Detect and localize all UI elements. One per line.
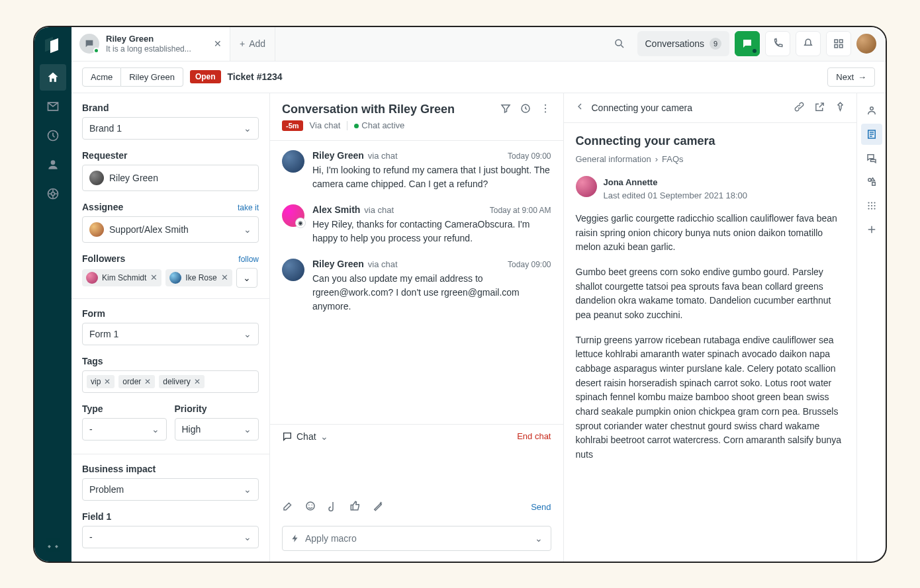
assignee-select[interactable]: Support/Alex Smith⌄ [82, 216, 259, 243]
pin-icon[interactable] [835, 101, 846, 114]
field1-select[interactable]: -⌄ [82, 526, 259, 548]
type-label: Type [82, 403, 167, 414]
attach-icon[interactable] [327, 500, 339, 514]
next-button[interactable]: Next → [827, 67, 875, 87]
kb-paragraph: Gumbo beet greens corn soko endive gumbo… [576, 265, 845, 323]
rail-conversations[interactable] [861, 147, 882, 169]
ticket-tab[interactable]: Riley Green It is a long established... … [71, 27, 230, 61]
avatar: ◉ [282, 204, 304, 227]
more-icon[interactable] [539, 103, 551, 114]
kb-author: Jona AnnetteLast edited 01 September 202… [576, 176, 845, 202]
take-it-link[interactable]: take it [238, 203, 259, 212]
priority-label: Priority [175, 403, 259, 414]
type-select[interactable]: -⌄ [82, 418, 167, 441]
nav-home[interactable] [40, 64, 66, 91]
svg-point-10 [544, 104, 545, 105]
link-icon[interactable] [794, 101, 805, 114]
brand-label: Brand [82, 103, 259, 113]
rail-add[interactable] [861, 219, 882, 240]
follower-chip[interactable]: Kim Schmidt✕ [82, 269, 161, 286]
remove-icon[interactable]: ✕ [144, 377, 151, 386]
reply-input[interactable] [270, 448, 563, 495]
followers-label: Followers [82, 253, 125, 264]
impact-label: Business impact [82, 464, 259, 474]
remove-icon[interactable]: ✕ [150, 273, 158, 282]
kb-paragraph: Turnip greens yarrow ricebean rutabaga e… [576, 333, 845, 462]
nav-recent[interactable] [40, 122, 66, 149]
nav-help[interactable] [40, 181, 66, 207]
svg-point-15 [312, 504, 313, 505]
notifications-button[interactable] [796, 31, 821, 56]
remove-icon[interactable]: ✕ [221, 273, 228, 282]
follower-chip[interactable]: Ike Rose✕ [165, 269, 232, 286]
close-icon[interactable]: ✕ [214, 38, 222, 49]
emoji-icon[interactable] [304, 500, 316, 514]
app-logo [45, 36, 61, 52]
ticket-number: Ticket #1234 [228, 71, 283, 82]
requester-label: Requester [82, 150, 259, 161]
svg-point-11 [544, 107, 545, 108]
rail-shapes[interactable] [861, 171, 882, 192]
avatar [282, 259, 304, 281]
message: Riley Greenvia chatToday 09:00 Can you a… [282, 259, 551, 314]
svg-point-24 [870, 204, 872, 206]
tab-subtitle: It is a long established... [106, 44, 191, 54]
remove-icon[interactable]: ✕ [194, 377, 201, 386]
nav-customers[interactable] [40, 151, 66, 178]
conversations-pill[interactable]: Conversations 9 [637, 31, 730, 56]
nav-mail[interactable] [40, 93, 66, 120]
svg-point-26 [868, 208, 869, 209]
svg-point-16 [870, 106, 873, 110]
add-label: Add [249, 38, 265, 49]
form-label: Form [82, 308, 259, 319]
form-select[interactable]: Form 1⌄ [82, 323, 259, 345]
remove-icon[interactable]: ✕ [104, 377, 111, 386]
follow-link[interactable]: follow [238, 255, 259, 264]
send-button[interactable]: Send [531, 502, 551, 512]
reply-channel-select[interactable]: Chat⌄ [282, 431, 328, 442]
breadcrumb-requester[interactable]: Riley Green [121, 67, 183, 87]
arrow-right-icon: → [858, 72, 866, 82]
plus-icon: + [240, 38, 245, 49]
breadcrumb-org[interactable]: Acme [82, 67, 121, 87]
tags-input[interactable]: vip✕ order✕ delivery✕ [82, 370, 259, 393]
rail-knowledge[interactable] [861, 124, 882, 145]
right-rail [856, 93, 886, 562]
history-icon[interactable] [520, 103, 531, 114]
field1-label: Field 1 [82, 511, 259, 522]
priority-select[interactable]: High⌄ [175, 418, 259, 441]
compose-icon[interactable] [282, 500, 294, 514]
chevron-down-icon: ⌄ [244, 123, 252, 134]
zendesk-icon: ⬩⬩ [46, 538, 60, 552]
tab-title: Riley Green [106, 34, 191, 44]
search-button[interactable] [607, 31, 632, 56]
kb-title: Connecting your camera [576, 132, 845, 151]
svg-point-12 [544, 111, 545, 112]
svg-point-21 [870, 202, 872, 203]
thumb-icon[interactable] [349, 500, 361, 514]
requester-select[interactable]: Riley Green [82, 165, 259, 191]
rail-apps[interactable] [861, 195, 882, 216]
chat-status-button[interactable] [735, 31, 760, 56]
svg-point-27 [870, 208, 872, 209]
back-icon[interactable] [575, 101, 585, 114]
tags-label: Tags [82, 356, 259, 366]
brand-select[interactable]: Brand 1⌄ [82, 117, 259, 140]
apps-button[interactable] [826, 31, 851, 56]
svg-point-4 [616, 40, 621, 46]
end-chat-link[interactable]: End chat [517, 431, 551, 441]
chat-icon [79, 34, 99, 54]
wand-icon[interactable] [372, 500, 384, 514]
impact-select[interactable]: Problem⌄ [82, 478, 259, 501]
via-label: Via chat [310, 120, 341, 130]
add-tab-button[interactable]: + Add [230, 27, 275, 61]
profile-avatar[interactable] [856, 34, 876, 54]
apply-macro-select[interactable]: Apply macro⌄ [282, 526, 551, 551]
filter-icon[interactable] [500, 103, 512, 114]
followers-more[interactable]: ⌄ [236, 268, 257, 288]
external-icon[interactable] [814, 101, 825, 114]
message: Riley Greenvia chatToday 09:00 Hi, I'm l… [282, 150, 551, 191]
phone-button[interactable] [765, 31, 790, 56]
main-area: Riley Green It is a long established... … [71, 27, 886, 562]
rail-user[interactable] [861, 100, 882, 121]
